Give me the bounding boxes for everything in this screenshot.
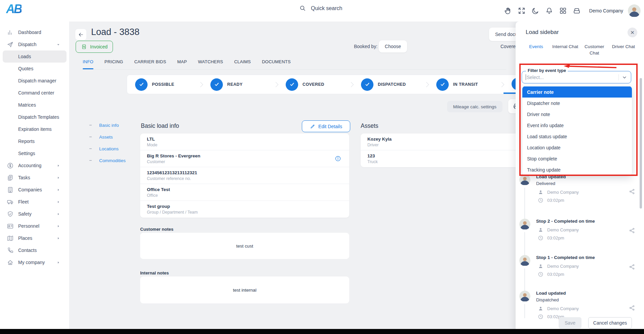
share-icon[interactable]: [629, 305, 635, 311]
invoiced-badge[interactable]: Invoiced: [76, 41, 113, 53]
sidebar-item-personnel[interactable]: Personnel: [0, 220, 69, 232]
timeline-connector: [524, 232, 525, 256]
close-button[interactable]: ✕: [628, 28, 637, 37]
event-company-row: Demo Company: [538, 306, 640, 311]
edit-details-button[interactable]: Edit Details: [302, 120, 350, 132]
sidebar-item-dispatch-manager[interactable]: Dispatch manager: [0, 75, 69, 87]
info-icon[interactable]: [335, 155, 341, 162]
hand-icon[interactable]: [504, 7, 512, 15]
tab-watchers[interactable]: WATCHERS: [198, 59, 223, 64]
dash-icon: [88, 146, 94, 151]
sidebar-item-companies[interactable]: Companies: [0, 184, 69, 196]
sidebar-item-dispatch-templates[interactable]: Dispatch Templates: [0, 111, 69, 123]
status-step-label: READY: [227, 82, 243, 87]
search-input[interactable]: [311, 5, 385, 11]
load-sidebar-drawer: Load sidebar ✕ EventsInternal ChatCustom…: [516, 22, 644, 334]
user-avatar[interactable]: [628, 4, 641, 17]
sidebar-item-my-company[interactable]: My company: [0, 256, 69, 268]
mileage-settings-button[interactable]: Mileage calc. settings: [447, 101, 502, 112]
anchor-link-assets[interactable]: Assets: [88, 134, 126, 140]
drawer-tab-driver-chat[interactable]: Driver Chat: [610, 40, 637, 57]
dropdown-option-carrier-note[interactable]: Carrier note: [522, 86, 632, 98]
dropdown-option-stop-complete[interactable]: Stop complete: [522, 153, 632, 164]
filter-event-type-field[interactable]: Filter by event type: [522, 71, 631, 83]
app-window: AB Demo Company DashboardDispatchLoadsQu…: [0, 0, 644, 334]
sidebar-item-safety[interactable]: Safety: [0, 208, 69, 220]
dropdown-option-load-status-update[interactable]: Load status update: [522, 131, 632, 142]
share-icon[interactable]: [629, 264, 635, 270]
share-icon[interactable]: [629, 188, 635, 195]
drawer-tab-customer-chat[interactable]: Customer Chat: [581, 40, 607, 57]
dropdown-option-driver-note[interactable]: Driver note: [522, 109, 632, 120]
dropdown-option-dispatcher-note[interactable]: Dispatcher note: [522, 98, 632, 109]
status-step-possible[interactable]: POSSIBLE: [127, 75, 199, 94]
field-row-customer: Big R Stores - EvergreenCustomer: [140, 150, 349, 167]
topbar-actions: Demo Company: [504, 0, 644, 22]
tab-pricing[interactable]: PRICING: [105, 59, 123, 64]
sidebar-item-matrices[interactable]: Matrices: [0, 99, 69, 111]
dash-icon: [88, 122, 94, 128]
sidebar-item-dispatch[interactable]: Dispatch: [0, 38, 69, 50]
event-company: Demo Company: [547, 264, 579, 269]
dark-mode-moon-icon[interactable]: [531, 7, 539, 15]
drawer-tab-internal-chat[interactable]: Internal Chat: [552, 40, 578, 57]
sidebar-item-command-center[interactable]: Command center: [0, 87, 69, 99]
caret-right-icon: [56, 261, 60, 264]
status-step-ready[interactable]: READY: [202, 75, 274, 94]
sidebar-item-expiration-items[interactable]: Expiration items: [0, 123, 69, 135]
chevron-down-icon[interactable]: [621, 74, 628, 80]
tab-documents[interactable]: DOCUMENTS: [262, 59, 291, 64]
sidebar-item-dashboard[interactable]: Dashboard: [0, 26, 69, 38]
internal-notes-box[interactable]: test internal: [140, 276, 349, 303]
archive-drawer-icon[interactable]: [573, 7, 581, 15]
app-logo[interactable]: AB: [6, 2, 22, 16]
status-step-in-transit[interactable]: IN TRANSIT: [428, 75, 500, 94]
event-time-row: 03:02pm: [538, 271, 640, 277]
notifications-bell-icon[interactable]: [545, 7, 553, 15]
dropdown-option-tracking-update[interactable]: Tracking update: [522, 164, 632, 175]
tab-info[interactable]: INFO: [83, 59, 93, 64]
sidebar-item-settings[interactable]: Settings: [0, 147, 69, 159]
cancel-changes-button[interactable]: Cancel changes: [588, 317, 632, 329]
text-caret: [526, 74, 526, 80]
status-step-dispatched[interactable]: DISPATCHED: [353, 75, 425, 94]
sidebar-item-reports[interactable]: Reports: [0, 135, 69, 147]
anchor-link-commodities[interactable]: Commodities: [88, 158, 126, 163]
dropdown-option-event-info-update[interactable]: Event info update: [522, 120, 632, 131]
sidebar-item-contacts[interactable]: Contacts: [0, 244, 69, 256]
back-button[interactable]: [75, 29, 87, 40]
dropdown-option-location-update[interactable]: Location update: [522, 142, 632, 153]
apps-grid-icon[interactable]: [559, 7, 567, 15]
quick-search[interactable]: [299, 5, 385, 12]
avatar: [519, 174, 530, 185]
sidebar-item-fleet[interactable]: Fleet: [0, 196, 69, 208]
avatar: [519, 255, 530, 266]
share-icon[interactable]: [629, 227, 635, 234]
fullscreen-icon[interactable]: [518, 7, 526, 15]
sidebar-item-quotes[interactable]: Quotes: [0, 63, 69, 75]
status-step-covered[interactable]: COVERED: [278, 75, 349, 94]
caret-right-icon: [56, 212, 60, 216]
status-step-label: POSSIBLE: [152, 82, 174, 87]
company-name[interactable]: Demo Company: [589, 8, 623, 13]
phone-icon: [7, 247, 14, 254]
sidebar-item-loads[interactable]: Loads: [3, 50, 67, 63]
save-button[interactable]: Save: [559, 317, 581, 329]
anchor-link-locations[interactable]: Locations: [88, 146, 126, 151]
booked-by-choose-button[interactable]: Choose: [379, 40, 407, 52]
customer-notes-box[interactable]: test cust: [140, 233, 349, 259]
sidebar-item-label: Dispatch: [18, 42, 36, 47]
left-sidebar: DashboardDispatchLoadsQuotesDispatch man…: [0, 22, 70, 329]
anchor-link-basic-info[interactable]: Basic info: [88, 122, 126, 128]
event-type-dropdown: Carrier noteDispatcher noteDriver noteEv…: [522, 86, 632, 176]
sidebar-item-tasks[interactable]: Tasks: [0, 172, 69, 184]
sidebar-item-places[interactable]: Places: [0, 232, 69, 244]
sidebar-item-accounting[interactable]: Accounting: [0, 159, 69, 172]
tab-claims[interactable]: CLAIMS: [234, 59, 251, 64]
tab-map[interactable]: MAP: [177, 59, 187, 64]
drawer-tab-events[interactable]: Events: [523, 40, 549, 57]
scrollbar-thumb[interactable]: [640, 78, 642, 209]
person-icon: [538, 263, 544, 269]
tab-carrier-bids[interactable]: CARRIER BIDS: [134, 59, 166, 64]
filter-select-input[interactable]: [527, 75, 618, 80]
